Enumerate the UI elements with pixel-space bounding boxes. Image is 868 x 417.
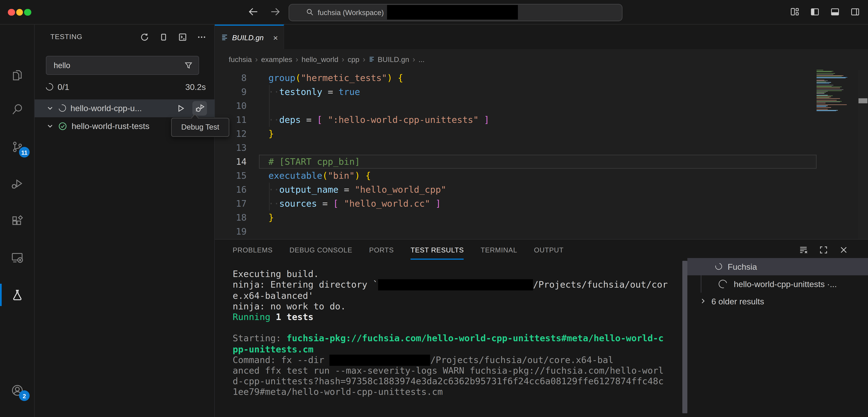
- run-debug-icon: [11, 177, 24, 190]
- output-line: Command: fx --dir /Projects/fuchsia/out/…: [232, 354, 668, 365]
- navigate-back-button[interactable]: [246, 4, 260, 19]
- code-line: 9··testonly = true: [215, 85, 868, 99]
- minimap-line: [816, 78, 846, 78]
- panel-tab-debug-console[interactable]: DEBUG CONSOLE: [289, 246, 352, 254]
- breadcrumb-item[interactable]: hello_world: [302, 55, 338, 64]
- breadcrumb-separator-icon: ›: [363, 55, 365, 64]
- maximize-panel-button[interactable]: [819, 245, 828, 255]
- sidebar-item-explorer[interactable]: [11, 68, 24, 82]
- minimap-line: [816, 104, 847, 105]
- minimap-line: [816, 97, 831, 97]
- chevron-down-icon[interactable]: [46, 104, 54, 112]
- minimap-line: [816, 96, 833, 96]
- breadcrumb-item[interactable]: examples: [261, 55, 292, 64]
- breadcrumb-label: BUILD.gn: [378, 55, 409, 64]
- breadcrumb-item[interactable]: cpp: [348, 55, 360, 64]
- panel-tab-terminal[interactable]: TERMINAL: [480, 246, 517, 254]
- test-filter-input[interactable]: hello: [46, 56, 199, 75]
- arrow-right-icon: [270, 6, 281, 17]
- minimap-line: [816, 83, 829, 84]
- sidebar-item-search[interactable]: [11, 103, 24, 116]
- minimap-line: [816, 77, 847, 77]
- test-passed-icon: [58, 122, 67, 131]
- test-run-progress: 0/1 30.2s: [46, 80, 206, 94]
- code-line: 14# [START cpp_bin]: [215, 155, 868, 169]
- sidebar-item-testing[interactable]: [11, 288, 24, 302]
- show-test-output-button[interactable]: [178, 32, 187, 42]
- minimap-line: [816, 86, 832, 86]
- more-actions-button[interactable]: [197, 32, 206, 42]
- minimap[interactable]: [816, 70, 850, 112]
- minimap-line: [816, 91, 828, 92]
- debug-test-button[interactable]: [192, 101, 207, 115]
- editor-scrollbar[interactable]: [858, 70, 868, 239]
- chevron-down-icon[interactable]: [46, 122, 54, 130]
- terminal-icon: [178, 32, 187, 42]
- sidebar-item-extensions[interactable]: [11, 214, 24, 228]
- clear-output-button[interactable]: [799, 245, 808, 255]
- result-run-fuchsia[interactable]: Fuchsia: [687, 258, 868, 275]
- code-editor[interactable]: 8group("hermetic_tests") {9··testonly = …: [215, 70, 868, 239]
- editor-scrollbar-thumb[interactable]: [858, 98, 867, 103]
- breadcrumb-label: examples: [261, 55, 292, 64]
- stop-icon: [159, 32, 168, 42]
- test-duration: 30.2s: [185, 82, 206, 92]
- sidebar-item-remote-explorer[interactable]: [11, 251, 24, 264]
- panel-tab-problems[interactable]: PROBLEMS: [232, 246, 273, 254]
- breadcrumb-item[interactable]: fuchsia: [229, 55, 252, 64]
- breadcrumb-item[interactable]: ...: [418, 55, 425, 64]
- result-older-results[interactable]: 6 older results: [687, 293, 868, 310]
- line-number: 18: [215, 211, 247, 225]
- spinner-icon: [717, 278, 728, 290]
- minimap-line: [816, 70, 823, 70]
- test-results-output[interactable]: Executing build.ninja: Entering director…: [232, 269, 668, 397]
- ellipsis-icon: [197, 32, 206, 42]
- cancel-test-run-button[interactable]: [159, 32, 168, 42]
- close-panel-button[interactable]: [839, 245, 848, 255]
- result-label: hello-world-cpp-unittests ·...: [734, 279, 837, 289]
- minimap-line: [816, 81, 826, 82]
- output-line: [232, 322, 668, 333]
- files-icon: [11, 68, 24, 82]
- chevron-right-icon[interactable]: [699, 297, 707, 305]
- window-zoom-button[interactable]: [24, 9, 31, 16]
- filter-icon[interactable]: [184, 61, 193, 70]
- minimap-line: [816, 80, 828, 81]
- run-test-button[interactable]: [174, 101, 188, 115]
- spinner-icon: [44, 82, 55, 92]
- minimap-line: [816, 76, 842, 76]
- toggle-panel-button[interactable]: [830, 7, 840, 17]
- panel-tab-test-results[interactable]: TEST RESULTS: [411, 246, 464, 254]
- spinner-icon: [57, 103, 67, 113]
- line-number: 17: [215, 197, 247, 211]
- sidebar-item-run-and-debug[interactable]: [11, 177, 24, 190]
- toggle-primary-sidebar-button[interactable]: [810, 7, 820, 17]
- minimap-line: [816, 82, 831, 83]
- window-close-button[interactable]: [8, 9, 15, 16]
- test-item-hello-world-cpp[interactable]: hello-world-cpp-u...: [35, 99, 215, 117]
- customize-layout-button[interactable]: [790, 7, 800, 17]
- refresh-tests-button[interactable]: [140, 32, 149, 42]
- panel-tab-ports[interactable]: PORTS: [369, 246, 394, 254]
- minimap-line: [816, 102, 840, 102]
- close-tab-icon[interactable]: ×: [273, 33, 278, 42]
- toggle-secondary-sidebar-button[interactable]: [850, 7, 860, 17]
- command-center[interactable]: fuchsia (Workspace): [288, 4, 622, 21]
- line-number: 8: [215, 71, 247, 85]
- gn-file-icon: [221, 34, 229, 41]
- minimap-line: [816, 98, 840, 99]
- minimap-line: [816, 90, 842, 91]
- clear-output-icon: [799, 245, 808, 255]
- code-line: 8group("hermetic_tests") {: [215, 71, 868, 85]
- navigate-forward-button[interactable]: [268, 4, 282, 19]
- breadcrumb-separator-icon: ›: [296, 55, 298, 64]
- tab-build-gn[interactable]: BUILD.gn ×: [215, 25, 284, 49]
- line-number: 15: [215, 169, 247, 183]
- output-scrollbar-thumb[interactable]: [682, 261, 687, 413]
- debug-test-tooltip: Debug Test: [171, 118, 229, 137]
- panel-tab-output[interactable]: OUTPUT: [534, 246, 564, 254]
- breadcrumb-item[interactable]: BUILD.gn: [369, 55, 409, 64]
- result-test-hello-world-cpp-unittests[interactable]: hello-world-cpp-unittests ·...: [687, 275, 868, 293]
- window-minimize-button[interactable]: [16, 9, 23, 16]
- activity-bar: 11 2 1: [0, 25, 35, 417]
